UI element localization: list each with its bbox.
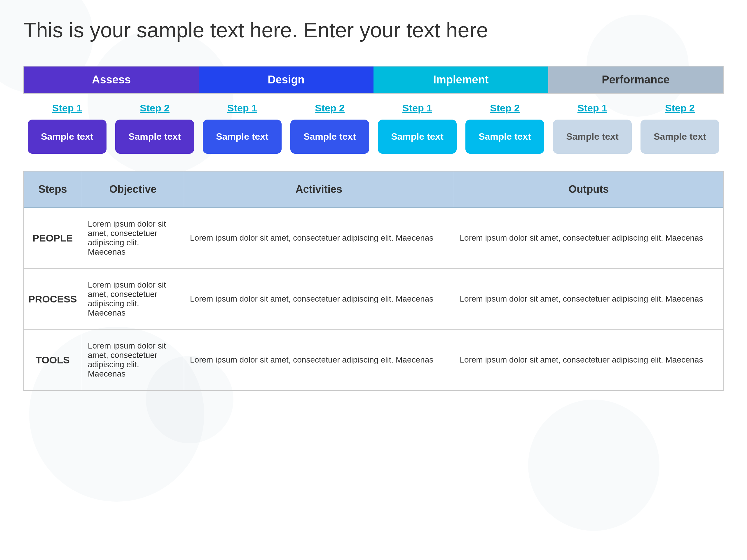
steps-row: Step 1 Sample text Step 2 Sample text St… [23, 102, 724, 154]
th-outputs: Outputs [454, 171, 724, 207]
th-objective: Objective [82, 171, 184, 207]
td-objective-tools: Lorem ipsum dolor sit amet, consectetuer… [82, 329, 184, 390]
step-link-implement2[interactable]: Step 2 [490, 102, 520, 114]
td-objective-process: Lorem ipsum dolor sit amet, consectetuer… [82, 269, 184, 329]
step-link-performance2[interactable]: Step 2 [665, 102, 695, 114]
step-box-design2[interactable]: Sample text [290, 119, 369, 154]
th-steps: Steps [24, 171, 82, 207]
table-row-process: PROCESS Lorem ipsum dolor sit amet, cons… [24, 269, 723, 329]
step-col-implement2: Step 2 Sample text [461, 102, 548, 154]
td-objective-people: Lorem ipsum dolor sit amet, consectetuer… [82, 208, 184, 268]
step-col-assess2: Step 2 Sample text [111, 102, 199, 154]
step-link-performance1[interactable]: Step 1 [577, 102, 607, 114]
td-outputs-tools: Lorem ipsum dolor sit amet, consectetuer… [454, 329, 724, 390]
step-link-assess2[interactable]: Step 2 [140, 102, 170, 114]
data-table: Steps Objective Activities Outputs PEOPL… [23, 171, 724, 391]
td-steps-process: PROCESS [24, 269, 82, 329]
step-box-performance1[interactable]: Sample text [553, 119, 632, 154]
td-outputs-process: Lorem ipsum dolor sit amet, consectetuer… [454, 269, 724, 329]
td-outputs-people: Lorem ipsum dolor sit amet, consectetuer… [454, 208, 724, 268]
table-row-people: PEOPLE Lorem ipsum dolor sit amet, conse… [24, 208, 723, 269]
step-link-design1[interactable]: Step 1 [227, 102, 257, 114]
step-box-assess2[interactable]: Sample text [115, 119, 194, 154]
step-col-implement1: Step 1 Sample text [374, 102, 461, 154]
td-activities-people: Lorem ipsum dolor sit amet, consectetuer… [184, 208, 454, 268]
step-box-implement1[interactable]: Sample text [378, 119, 457, 154]
step-col-assess1: Step 1 Sample text [23, 102, 111, 154]
phase-header-row: Assess Design Implement Performance [23, 66, 724, 94]
step-col-design2: Step 2 Sample text [286, 102, 374, 154]
td-steps-tools: TOOLS [24, 329, 82, 390]
table-row-tools: TOOLS Lorem ipsum dolor sit amet, consec… [24, 329, 723, 391]
phase-design: Design [199, 66, 374, 93]
phase-assess: Assess [24, 66, 199, 93]
phase-performance: Performance [548, 66, 723, 93]
td-activities-process: Lorem ipsum dolor sit amet, consectetuer… [184, 269, 454, 329]
td-activities-tools: Lorem ipsum dolor sit amet, consectetuer… [184, 329, 454, 390]
step-link-implement1[interactable]: Step 1 [403, 102, 432, 114]
step-box-implement2[interactable]: Sample text [465, 119, 544, 154]
phase-implement: Implement [374, 66, 548, 93]
step-link-assess1[interactable]: Step 1 [52, 102, 82, 114]
step-col-design1: Step 1 Sample text [199, 102, 286, 154]
step-box-performance2[interactable]: Sample text [641, 119, 719, 154]
step-link-design2[interactable]: Step 2 [315, 102, 344, 114]
step-col-performance1: Step 1 Sample text [548, 102, 636, 154]
td-steps-people: PEOPLE [24, 208, 82, 268]
table-header-row: Steps Objective Activities Outputs [24, 171, 723, 208]
th-activities: Activities [184, 171, 454, 207]
step-box-design1[interactable]: Sample text [203, 119, 282, 154]
step-box-assess1[interactable]: Sample text [28, 119, 106, 154]
step-col-performance2: Step 2 Sample text [636, 102, 724, 154]
page-title: This is your sample text here. Enter you… [23, 18, 724, 43]
